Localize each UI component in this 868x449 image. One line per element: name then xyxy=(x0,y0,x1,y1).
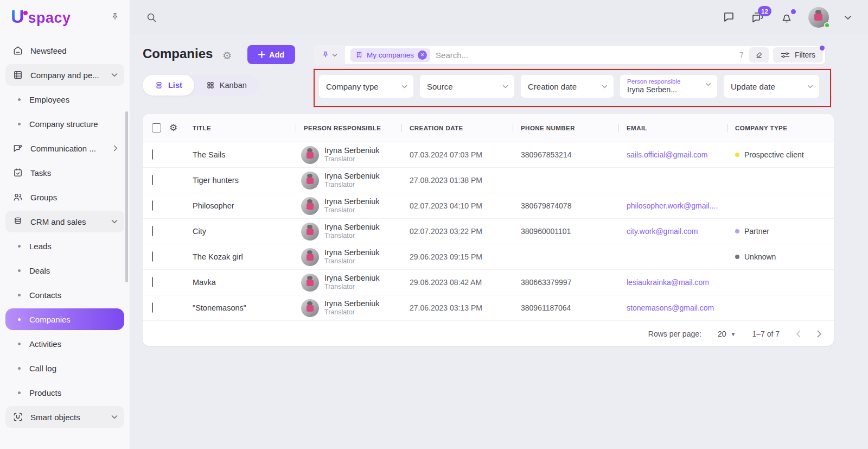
row-checkbox[interactable] xyxy=(152,226,153,236)
cell-company-type: Unknown xyxy=(727,252,834,261)
sidebar-scrollbar[interactable] xyxy=(125,111,128,282)
person-name: Iryna Serbeniuk xyxy=(324,222,380,232)
smart-objects-icon xyxy=(12,412,23,422)
sidebar-item-company-structure[interactable]: Company structure xyxy=(5,113,124,135)
column-settings-gear-icon[interactable]: ⚙ xyxy=(169,123,177,132)
column-header-creation-date[interactable]: CREATION DATE xyxy=(401,123,513,133)
search-bar: My companies ✕ 7 Filters xyxy=(314,45,826,65)
filter-creation-date[interactable]: Creation date xyxy=(520,74,614,98)
filter-person-responsible[interactable]: Person responsible Iryna Serben... xyxy=(620,74,718,98)
column-header-title[interactable]: TITLE xyxy=(184,123,296,133)
table-row[interactable]: "Stonemasons" Iryna Serbeniuk Translator… xyxy=(143,295,834,321)
column-header-person-responsible[interactable]: PERSON RESPONSIBLE xyxy=(296,123,401,133)
filter-company-type[interactable]: Company type xyxy=(318,74,414,98)
filter-label: Company type xyxy=(326,82,379,91)
uspacy-logo[interactable]: U spacy xyxy=(11,7,71,27)
sidebar-item-deals[interactable]: Deals xyxy=(5,260,124,281)
tab-list-view[interactable]: List xyxy=(143,75,194,96)
list-view-icon xyxy=(155,81,163,90)
person-avatar xyxy=(301,197,319,215)
filters-button[interactable]: Filters xyxy=(773,47,823,62)
person-avatar xyxy=(301,299,319,317)
sidebar-item-products[interactable]: Products xyxy=(5,382,124,403)
column-header-phone-number[interactable]: PHONE NUMBER xyxy=(513,123,618,133)
filter-source[interactable]: Source xyxy=(419,74,515,98)
sidebar-item-communication[interactable]: Communication ... xyxy=(5,137,124,159)
my-companies-filter-chip[interactable]: My companies ✕ xyxy=(350,48,430,62)
pagination-prev-button[interactable] xyxy=(796,330,801,338)
cell-creation-date: 02.07.2023 04:10 PM xyxy=(401,201,513,210)
sidebar-item-newsfeed[interactable]: Newsfeed xyxy=(5,40,124,61)
page-settings-gear-icon[interactable]: ⚙ xyxy=(222,49,232,62)
column-header-email[interactable]: EMAIL xyxy=(618,123,727,133)
saved-filter-pin-button[interactable] xyxy=(314,45,345,65)
row-checkbox[interactable] xyxy=(152,175,153,185)
cell-email: sails.official@gmail.com xyxy=(618,150,727,159)
row-checkbox[interactable] xyxy=(152,302,153,313)
filter-update-date[interactable]: Update date xyxy=(723,74,820,98)
bell-icon[interactable] xyxy=(780,11,793,24)
person-name: Iryna Serbeniuk xyxy=(324,146,380,155)
table-row[interactable]: Tiger hunters Iryna Serbeniuk Translator… xyxy=(143,168,834,193)
cell-title: "Stonemasons" xyxy=(184,303,296,312)
email-link[interactable]: stonemasons@gmail.com xyxy=(627,303,714,312)
row-checkbox[interactable] xyxy=(152,200,153,211)
messenger-badge: 12 xyxy=(758,6,771,16)
sidebar-item-call-log[interactable]: Call log xyxy=(5,357,124,379)
rows-per-page-select[interactable]: 20 ▼ xyxy=(718,330,736,338)
comments-icon[interactable] xyxy=(723,11,736,24)
table-row[interactable]: City Iryna Serbeniuk Translator 02.07.20… xyxy=(143,219,834,244)
company-type-label: Partner xyxy=(744,227,769,236)
filter-label: Update date xyxy=(731,82,775,91)
row-checkbox[interactable] xyxy=(152,251,153,262)
sidebar-item-label: Employees xyxy=(29,95,69,104)
cell-person-responsible: Iryna Serbeniuk Translator xyxy=(296,273,401,292)
sidebar-item-company-and-people[interactable]: Company and pe... xyxy=(5,64,124,86)
table-row[interactable]: The Sails Iryna Serbeniuk Translator 07.… xyxy=(143,142,834,168)
email-link[interactable]: philosopher.work@gmail.... xyxy=(627,201,718,210)
cell-person-responsible: Iryna Serbeniuk Translator xyxy=(296,299,401,317)
global-search-icon[interactable] xyxy=(145,11,157,23)
messenger-icon[interactable]: 12 xyxy=(751,11,765,24)
email-link[interactable]: sails.official@gmail.com xyxy=(627,150,707,159)
clear-filters-eraser-icon[interactable] xyxy=(749,47,769,62)
email-link[interactable]: lesiaukrainka@mail.com xyxy=(627,278,709,287)
add-button[interactable]: Add xyxy=(247,45,295,64)
sidebar-item-tasks[interactable]: Tasks xyxy=(5,162,124,184)
online-status-dot xyxy=(824,22,830,28)
add-button-label: Add xyxy=(269,50,284,59)
person-avatar xyxy=(301,223,319,241)
chevron-down-icon xyxy=(111,415,118,419)
sidebar-item-activities[interactable]: Activities xyxy=(5,333,124,355)
table-row[interactable]: The Kozak girl Iryna Serbeniuk Translato… xyxy=(143,244,834,270)
sidebar-pin-icon[interactable] xyxy=(110,12,120,22)
search-input[interactable] xyxy=(436,50,739,60)
sidebar-item-contacts[interactable]: Contacts xyxy=(5,284,124,306)
row-checkbox[interactable] xyxy=(152,149,153,160)
filters-row: Company type Source Creation date Person… xyxy=(318,74,820,98)
chip-close-icon[interactable]: ✕ xyxy=(418,50,427,60)
column-header-company-type[interactable]: COMPANY TYPE xyxy=(727,123,834,133)
email-link[interactable]: city.work@gmail.com xyxy=(627,227,698,236)
row-checkbox[interactable] xyxy=(152,277,153,287)
pagination-next-button[interactable] xyxy=(817,330,822,338)
sidebar-item-crm-and-sales[interactable]: CRM and sales xyxy=(5,211,124,232)
sliders-icon xyxy=(781,51,790,59)
table-row[interactable]: Philosopher Iryna Serbeniuk Translator 0… xyxy=(143,193,834,219)
table-row[interactable]: Mavka Iryna Serbeniuk Translator 29.06.2… xyxy=(143,270,834,295)
tab-kanban-view[interactable]: Kanban xyxy=(194,75,259,96)
bullet-icon xyxy=(18,391,21,394)
cell-phone-number: 380679874078 xyxy=(513,201,618,210)
select-all-checkbox[interactable] xyxy=(152,123,161,132)
user-avatar[interactable] xyxy=(808,7,829,28)
sidebar-item-smart-objects[interactable]: Smart objects xyxy=(5,406,124,428)
sidebar-item-leads[interactable]: Leads xyxy=(5,235,124,257)
sidebar-item-label: Call log xyxy=(29,364,56,373)
bullet-icon xyxy=(18,294,21,296)
sidebar-item-companies[interactable]: Companies xyxy=(5,308,124,330)
sidebar-item-label: Company and pe... xyxy=(30,71,99,80)
sidebar-item-employees[interactable]: Employees xyxy=(5,88,124,110)
profile-chevron-down-icon[interactable] xyxy=(844,15,852,20)
sidebar-item-groups[interactable]: Groups xyxy=(5,186,124,208)
cell-person-responsible: Iryna Serbeniuk Translator xyxy=(296,171,401,189)
